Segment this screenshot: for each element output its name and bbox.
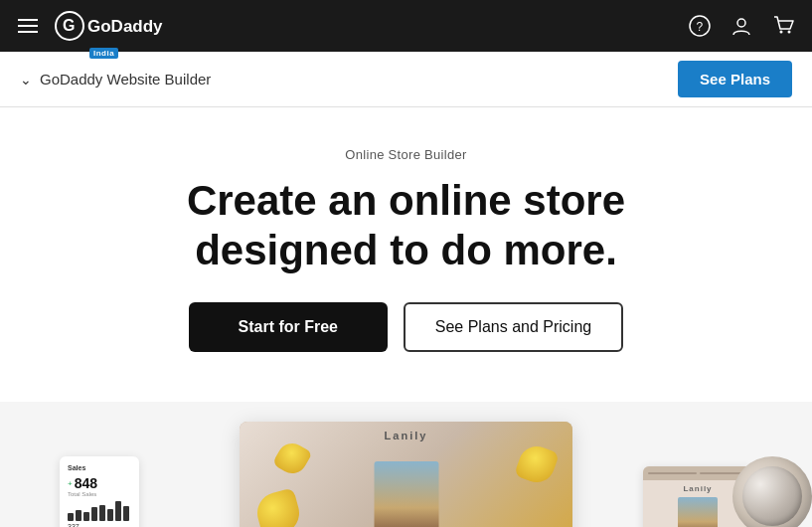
lemon-left-icon — [252, 487, 303, 527]
shell-decoration — [732, 456, 812, 527]
lemon-top-icon — [272, 439, 313, 479]
main-preview-card: Lanily — [240, 422, 572, 527]
sub-navigation: ⌄ GoDaddy Website Builder See Plans — [0, 52, 812, 107]
svg-point-5 — [737, 19, 745, 27]
subnav-title: GoDaddy Website Builder — [40, 71, 211, 88]
account-icon[interactable] — [731, 15, 752, 37]
hero-title-line2: designed to do more. — [195, 227, 617, 273]
logo-area: G GoDaddy India — [54, 10, 173, 42]
analytics-bars — [68, 501, 131, 521]
card-inner: Lanily — [240, 422, 572, 527]
hero-title-line1: Create an online store — [187, 177, 625, 224]
bar-7 — [115, 501, 121, 521]
nav-icons-group: ? — [689, 15, 794, 37]
svg-text:?: ? — [697, 20, 704, 34]
lemon-right-icon — [514, 441, 560, 487]
analytics-title: Sales — [68, 464, 131, 471]
analytics-card: Sales + 848 Total Sales 337 — [60, 456, 139, 527]
hero-subtitle: Online Store Builder — [20, 147, 792, 162]
nav-left-group: G GoDaddy India — [18, 10, 173, 42]
card-brand: Lanily — [385, 430, 428, 441]
preview-area: Sales + 848 Total Sales 337 Lanily — [0, 402, 812, 527]
analytics-number: 848 — [75, 475, 97, 491]
hamburger-menu[interactable] — [18, 19, 38, 33]
bar-3 — [83, 512, 89, 521]
svg-point-6 — [780, 31, 783, 34]
analytics-growth: 337 — [68, 523, 131, 527]
start-free-button[interactable]: Start for Free — [189, 302, 388, 352]
svg-text:GoDaddy: GoDaddy — [87, 17, 163, 36]
hero-section: Online Store Builder Create an online st… — [0, 107, 812, 402]
svg-point-7 — [788, 31, 791, 34]
bar-6 — [107, 509, 113, 521]
person-image — [374, 461, 438, 527]
bar-2 — [76, 510, 81, 521]
analytics-label: Total Sales — [68, 491, 131, 497]
see-plans-button[interactable]: See Plans — [678, 61, 792, 97]
chevron-down-icon: ⌄ — [20, 72, 32, 88]
hero-title: Create an online store designed to do mo… — [20, 176, 792, 274]
top-navigation: G GoDaddy India ? — [0, 0, 812, 52]
right-stripe-1 — [648, 472, 697, 474]
right-card-person — [678, 497, 718, 527]
see-plans-pricing-button[interactable]: See Plans and Pricing — [404, 302, 623, 352]
growth-arrow-icon: + — [68, 479, 73, 488]
hero-buttons: Start for Free See Plans and Pricing — [20, 302, 792, 352]
shell-inner — [742, 466, 802, 526]
godaddy-logo: G GoDaddy — [54, 10, 173, 42]
cart-icon[interactable] — [772, 15, 794, 37]
bar-5 — [99, 505, 105, 521]
svg-text:G: G — [63, 17, 75, 34]
help-icon[interactable]: ? — [689, 15, 711, 37]
india-badge: India — [89, 48, 118, 59]
bar-8 — [123, 506, 129, 521]
bar-4 — [91, 507, 97, 521]
bar-1 — [68, 513, 74, 521]
analytics-row: + 848 — [68, 475, 131, 491]
subnav-dropdown-trigger[interactable]: ⌄ GoDaddy Website Builder — [20, 71, 211, 88]
